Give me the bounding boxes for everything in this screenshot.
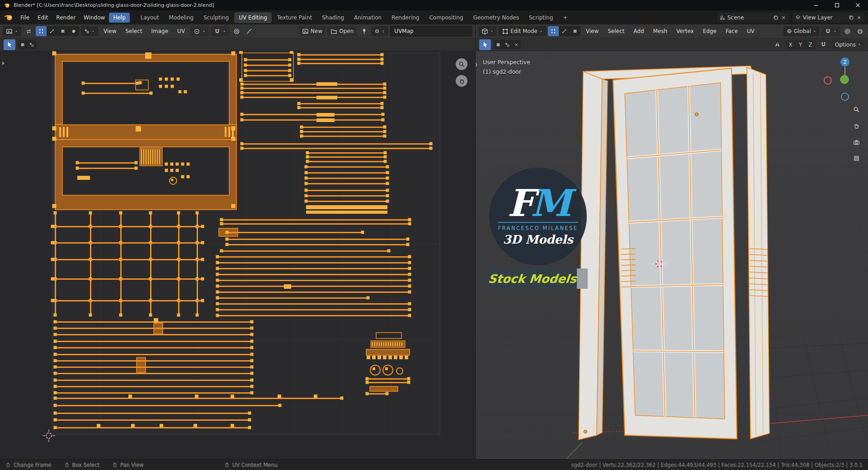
uv-pan-button[interactable] [456, 75, 467, 87]
vp-menu-view[interactable]: View [582, 27, 602, 36]
close-button[interactable] [847, 0, 868, 10]
vp-menu-select[interactable]: Select [604, 27, 628, 36]
uv-select-edge-button[interactable] [47, 26, 57, 36]
pivot-point-dropdown[interactable] [190, 26, 209, 36]
minimize-button[interactable] [806, 0, 826, 10]
snap-dropdown[interactable] [821, 26, 840, 36]
vp-menu-vertex[interactable]: Vertex [673, 27, 698, 36]
options-dropdown[interactable]: Options [832, 40, 864, 50]
tab-texture-paint[interactable]: Texture Paint [273, 12, 316, 23]
maximize-button[interactable] [826, 0, 847, 10]
browse-image-dropdown[interactable] [371, 26, 388, 36]
gizmo-z-label: Z [844, 60, 847, 65]
tab-scripting[interactable]: Scripting [524, 12, 557, 23]
uv-select-island-button[interactable] [68, 26, 79, 36]
gizmo-z-neg-axis[interactable] [841, 93, 849, 100]
vp-menu-edge[interactable]: Edge [699, 27, 720, 36]
proportional-edit-toggle[interactable] [231, 26, 242, 36]
scene-selector[interactable]: Scene [717, 13, 789, 23]
editor-type-dropdown[interactable] [3, 26, 21, 36]
viewport-body: User Perspective (1) sgd2-door FM FRANCE… [476, 51, 868, 460]
uv-menu-image[interactable]: Image [148, 27, 172, 36]
vp-menu-add[interactable]: Add [630, 27, 647, 36]
grid-icon [853, 155, 860, 162]
edge-mode-button[interactable] [559, 26, 570, 36]
chevron-down-icon [222, 30, 226, 33]
hint-pan-view: Pan View [112, 462, 144, 468]
select-set-button[interactable] [494, 40, 503, 49]
folder-icon [330, 28, 337, 35]
uv-select-face-button[interactable] [57, 26, 68, 36]
snap-toggle-button[interactable] [818, 40, 829, 50]
image-new-button[interactable]: New [299, 26, 326, 36]
proportional-edit-toggle[interactable] [842, 26, 853, 36]
sn​ap-dropdown[interactable] [211, 26, 229, 36]
pin-image-toggle[interactable] [359, 26, 369, 36]
panel-divider-handle[interactable]: ❮❯ [476, 62, 477, 67]
uv-zoom-button[interactable] [456, 58, 467, 70]
view-layer-selector[interactable]: View Layer [793, 13, 864, 23]
uv-menu-view[interactable]: View [100, 27, 120, 36]
tab-geometry-nodes[interactable]: Geometry Nodes [469, 12, 524, 23]
sticky-select-dropdown[interactable] [81, 26, 98, 36]
active-tool-button[interactable] [4, 39, 15, 50]
active-tool-button[interactable] [479, 39, 491, 50]
mirror-z-toggle[interactable]: Z [806, 40, 816, 49]
transform-orientation-dropdown[interactable]: Global [783, 26, 820, 36]
uv-canvas[interactable] [0, 51, 475, 460]
unlink-scene-icon[interactable] [781, 15, 786, 20]
remove-layer-icon[interactable] [856, 15, 862, 20]
tab-animation[interactable]: Animation [349, 12, 386, 23]
tab-layout[interactable]: Layout [136, 12, 164, 23]
add-workspace-button[interactable]: + [558, 12, 572, 23]
vp-menu-mesh[interactable]: Mesh [650, 27, 671, 36]
viewport-zoom-button[interactable] [851, 104, 862, 115]
tab-shading[interactable]: Shading [317, 12, 349, 23]
active-object-label: (1) sgd2-door [483, 67, 530, 76]
shading-mode-dropdown[interactable] [854, 26, 865, 36]
select-extend-button[interactable] [503, 40, 512, 49]
tab-rendering[interactable]: Rendering [387, 12, 424, 23]
gizmo-x-neg-axis[interactable] [824, 77, 831, 84]
menu-edit[interactable]: Edit [33, 13, 52, 23]
uv-select-vertex-button[interactable] [36, 26, 47, 36]
vp-menu-uv[interactable]: UV [743, 27, 758, 36]
toolbar-expand-arrow[interactable] [1, 61, 5, 66]
viewport-pan-button[interactable] [851, 120, 862, 131]
menu-help[interactable]: Help [109, 13, 129, 23]
viewport-camera-button[interactable] [851, 136, 862, 147]
tab-sculpting[interactable]: Sculpting [199, 12, 233, 23]
tab-modeling[interactable]: Modeling [165, 12, 198, 23]
blender-logo-icon[interactable] [4, 14, 14, 22]
falloff-dropdown[interactable] [244, 26, 255, 36]
editor-type-dropdown[interactable] [478, 26, 497, 36]
mirror-options-button[interactable] [772, 40, 783, 50]
tab-uv-editing[interactable]: UV Editing [234, 12, 272, 23]
uv-menu-select[interactable]: Select [122, 27, 146, 36]
select-subtract-button[interactable] [512, 40, 521, 49]
select-set-button[interactable] [18, 40, 27, 49]
tab-compositing[interactable]: Compositing [425, 12, 467, 23]
hint-uv-context-menu: UV Context Menu [224, 462, 278, 468]
mode-dropdown[interactable]: Edit Mode [499, 26, 546, 36]
menu-render[interactable]: Render [52, 13, 80, 23]
gizmo-y-axis[interactable] [840, 75, 849, 84]
vertex-mode-button[interactable] [548, 26, 559, 36]
uv-menu-uv[interactable]: UV [174, 27, 189, 36]
select-extend-button[interactable] [27, 40, 36, 49]
face-mode-button[interactable] [570, 26, 580, 36]
navigation-gizmo[interactable]: Z [823, 56, 859, 106]
menu-window[interactable]: Window [80, 13, 109, 23]
mirror-y-toggle[interactable]: Y [796, 40, 806, 49]
pin-icon [361, 28, 368, 35]
mirror-x-toggle[interactable]: X [786, 40, 796, 49]
scene-name: Scene [727, 14, 771, 21]
uv-map-name-field[interactable]: UVMap [390, 26, 472, 37]
new-scene-icon[interactable] [773, 15, 778, 20]
new-layer-icon[interactable] [849, 15, 854, 20]
image-open-button[interactable]: Open [327, 26, 357, 36]
menu-file[interactable]: File [16, 13, 33, 23]
vp-menu-face[interactable]: Face [722, 27, 741, 36]
uv-sync-select-toggle[interactable] [23, 26, 34, 36]
viewport-ortho-toggle-button[interactable] [851, 153, 862, 164]
